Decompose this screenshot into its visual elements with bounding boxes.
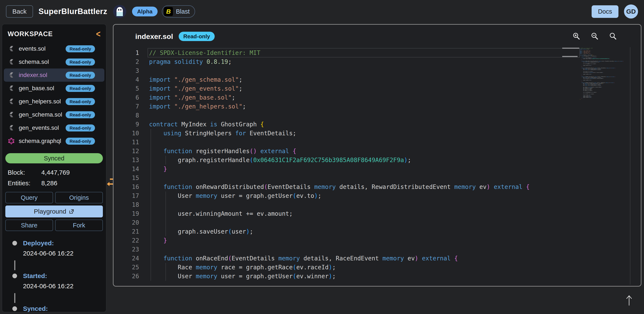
solidity-icon: [8, 124, 15, 131]
code-line: User memory user = graph.getUser(ev.winn…: [149, 272, 577, 281]
file-list-item[interactable]: gen_schema.sol Read-only: [4, 108, 104, 121]
readonly-badge: Read-only: [66, 85, 95, 92]
blast-badge-label: Blast: [176, 8, 190, 15]
share-button[interactable]: Share: [5, 220, 53, 231]
editor-filename: indexer.sol: [135, 32, 173, 41]
line-number: 22: [114, 236, 139, 245]
line-number: 23: [114, 245, 139, 254]
playground-button[interactable]: Playground: [5, 206, 103, 217]
scroll-to-top-icon[interactable]: [624, 294, 635, 307]
blast-badge[interactable]: B Blast: [162, 5, 195, 18]
code-line: graph.saveUser(user);: [149, 227, 577, 236]
code-line: import "./gen_events.sol";: [149, 84, 577, 93]
line-number: 24: [114, 254, 139, 263]
file-name: gen_schema.sol: [19, 111, 66, 118]
code-line: contract MyIndex is GhostGraph {: [149, 120, 577, 129]
workspace-header: WORKSPACE <: [2, 24, 106, 42]
solidity-icon: [8, 85, 15, 92]
file-list-item[interactable]: schema.graphql Read-only: [4, 134, 104, 148]
timeline-dot-icon: [12, 274, 17, 278]
query-button[interactable]: Query: [5, 192, 53, 203]
code-line: }: [149, 236, 577, 245]
editor-readonly-badge: Read-only: [179, 32, 215, 41]
code-line: function onRewardDistributed(EventDetail…: [149, 183, 577, 191]
workspace-title: WORKSPACE: [8, 30, 53, 38]
stat-label: Entities:: [8, 180, 38, 187]
line-number: 25: [114, 263, 139, 272]
code-line: using StringHelpers for EventDetails;: [149, 129, 577, 138]
stat-row: Block: 4,447,769: [8, 169, 100, 176]
timeline-connector: [14, 293, 15, 303]
sync-status-button[interactable]: Synced: [5, 153, 103, 163]
line-number: 7: [114, 102, 139, 111]
code-line: [149, 138, 577, 147]
file-name: gen_base.sol: [19, 85, 66, 92]
code-line: import "./gen_base.sol";: [149, 93, 577, 102]
line-number: 2: [114, 57, 139, 66]
solidity-icon: [8, 58, 15, 65]
avatar[interactable]: GD: [624, 4, 638, 18]
line-number: 26: [114, 272, 139, 281]
file-list-item[interactable]: gen_events.sol Read-only: [4, 121, 104, 134]
editor-panel: indexer.sol Read-only 123456789101112131…: [113, 24, 642, 287]
editor-toolbar: [572, 32, 618, 41]
docs-button[interactable]: Docs: [592, 5, 618, 18]
file-name: events.sol: [19, 45, 66, 52]
code-line: graph.registerHandle(0x064631C1F2aF692C7…: [149, 156, 577, 165]
search-icon[interactable]: [609, 32, 618, 41]
line-number: 14: [114, 165, 139, 174]
solidity-icon: [8, 111, 15, 118]
line-number: 19: [114, 209, 139, 218]
file-list-item[interactable]: schema.sol Read-only: [4, 55, 104, 68]
back-button[interactable]: Back: [6, 5, 33, 18]
zoom-out-icon[interactable]: [590, 32, 599, 41]
readonly-badge: Read-only: [66, 58, 95, 65]
code-line: [149, 111, 577, 120]
file-list-item[interactable]: gen_helpers.sol Read-only: [4, 95, 104, 108]
fork-button[interactable]: Fork: [55, 220, 103, 231]
code-line: import "./gen_helpers.sol";: [149, 102, 577, 111]
file-list-item[interactable]: gen_base.sol Read-only: [4, 82, 104, 95]
file-list: events.sol Read-only schema.sol Read-onl…: [2, 42, 106, 148]
blast-logo-icon: B: [164, 7, 173, 16]
sidebar-actions: Query Origins Playground Share Fork: [2, 187, 106, 231]
line-number: 4: [114, 75, 139, 84]
code-line: }: [149, 165, 577, 174]
timeline-value: 2024-06-06 16:22: [23, 280, 106, 291]
timeline-label: Deployed:: [23, 240, 54, 247]
code-line: [149, 245, 577, 254]
line-number: 13: [114, 156, 139, 165]
code-line: function registerHandles() external {: [149, 147, 577, 156]
file-list-item[interactable]: indexer.sol Read-only: [4, 68, 104, 82]
page-title: SuperBlurBattlerz: [38, 7, 107, 16]
code-line: pragma solidity 0.8.19;: [149, 57, 577, 66]
line-number: 16: [114, 183, 139, 191]
code-line: [149, 66, 577, 75]
timeline-item: Started: 2024-06-06 16:22: [12, 272, 106, 303]
file-list-item[interactable]: events.sol Read-only: [4, 42, 104, 55]
code-editor[interactable]: // SPDX-License-Identifier: MITpragma so…: [149, 48, 577, 281]
line-number-gutter: 1234567891011121314151617181920212223242…: [114, 48, 139, 281]
ghost-logo-icon: [113, 5, 126, 18]
file-name: gen_events.sol: [19, 124, 66, 131]
code-line: import "./gen_schema.sol";: [149, 75, 577, 84]
editor-header: indexer.sol Read-only: [114, 25, 641, 48]
code-line: [149, 174, 577, 183]
line-number: 3: [114, 66, 139, 75]
solidity-icon: [8, 45, 15, 52]
top-header: Back SuperBlurBattlerz Alpha B Blast Doc…: [0, 0, 644, 23]
sidebar-collapse-chevron-icon[interactable]: <: [96, 29, 100, 38]
readonly-badge: Read-only: [66, 111, 95, 118]
zoom-in-icon[interactable]: [572, 32, 581, 41]
code-line: user.winningAmount += ev.amount;: [149, 209, 577, 218]
line-number: 8: [114, 111, 139, 120]
playground-button-label: Playground: [34, 208, 66, 215]
line-number: 17: [114, 191, 139, 200]
graphql-icon: [8, 137, 15, 145]
line-number: 11: [114, 138, 139, 147]
solidity-icon: [8, 71, 15, 79]
minimap[interactable]: // SPDX-License-Identifier: MIT pragma s…: [580, 48, 629, 282]
stats-block: Block: 4,447,769 Entities: 8,286: [2, 163, 106, 187]
origins-button[interactable]: Origins: [55, 192, 103, 203]
code-line: User memory user = graph.getUser(ev.to);: [149, 191, 577, 200]
